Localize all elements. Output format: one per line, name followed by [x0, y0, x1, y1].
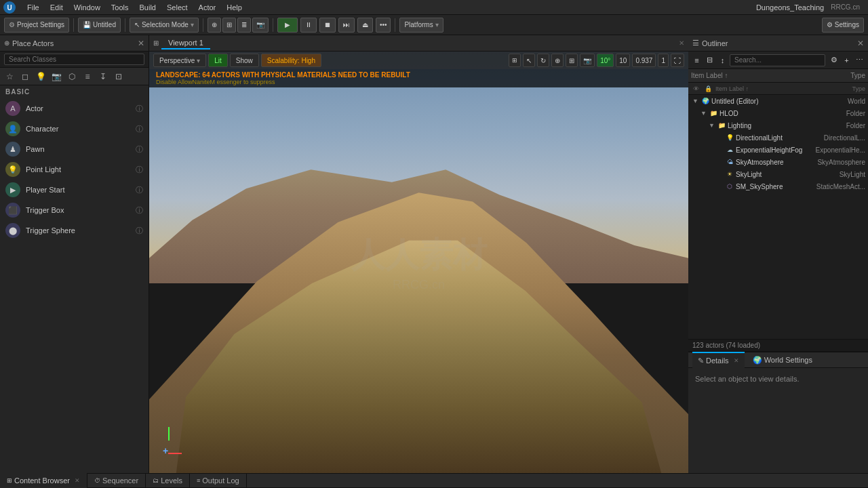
menu-item-build[interactable]: Build	[134, 2, 161, 13]
camera-icon-btn[interactable]: 📷	[50, 70, 63, 83]
app-logo: U	[3, 1, 16, 14]
viewport-tab-1[interactable]: Viewport 1	[161, 37, 210, 49]
translate-btn[interactable]: ↖	[523, 54, 535, 67]
pause-btn[interactable]: ⏸	[300, 18, 317, 33]
outliner-vis-header: 👁 🔒 Item Label ↑ Type	[688, 83, 868, 95]
details-header: ✎ Details ✕ 🌍 World Settings	[688, 352, 868, 368]
outliner-close[interactable]: ✕	[857, 39, 864, 48]
outliner-filter-btn[interactable]: ≡	[691, 54, 703, 66]
viewport-close[interactable]: ✕	[679, 39, 684, 47]
camera-speed-btn[interactable]: 📷	[580, 54, 595, 67]
menu-item-file[interactable]: File	[22, 2, 45, 13]
pct-btn[interactable]: 0.937	[632, 54, 656, 67]
outliner-settings-btn[interactable]: ⚙	[828, 54, 840, 66]
vp-btn-1[interactable]: ⊞	[509, 54, 521, 67]
toolbar-sep-4	[273, 18, 273, 32]
output-log-tab[interactable]: ≡ Output Log	[190, 473, 247, 488]
details-content: Select an object to view details.	[688, 368, 868, 473]
coord-axis: +	[163, 445, 168, 456]
actor-item-actor[interactable]: A Actor ⓘ	[0, 98, 149, 119]
lights-icon-btn[interactable]: 💡	[34, 70, 47, 83]
cb-tab-close[interactable]: ✕	[75, 477, 80, 484]
volumes-icon-btn[interactable]: ⬡	[65, 70, 79, 83]
skip-btn[interactable]: ⏭	[338, 18, 355, 33]
menu-item-window[interactable]: Window	[68, 2, 106, 13]
actor-item-character[interactable]: 👤 Character ⓘ	[0, 119, 149, 139]
tree-item-hlod[interactable]: ▼ 📁 HLOD Folder	[688, 107, 868, 119]
stop-btn[interactable]: ⏹	[319, 18, 336, 33]
save-btn[interactable]: 💾 Untitled	[78, 18, 121, 33]
menu-item-tools[interactable]: Tools	[106, 2, 134, 13]
actor-icon-btn[interactable]: ☆	[3, 70, 16, 83]
all-icon-btn[interactable]: ≡	[81, 70, 94, 83]
tree-item-sky-light[interactable]: ☀ SkyLight SkyLight	[688, 168, 868, 180]
warning-sub: Disable AllowNaniteM essenger to suppres…	[156, 79, 682, 85]
settings-btn[interactable]: ⚙ Settings	[822, 18, 864, 33]
recent-icon-btn[interactable]: ⊡	[112, 70, 125, 83]
show-btn[interactable]: Show	[230, 54, 259, 67]
more-btn[interactable]: •••	[376, 18, 391, 33]
outliner-sort-btn[interactable]: ↕	[717, 54, 728, 66]
tree-item-height-fog[interactable]: ☁ ExponentialHeightFog ExponentialHe...	[688, 144, 868, 156]
transform-icon-btn[interactable]: ⊕	[208, 18, 221, 33]
tree-item-world[interactable]: ▼ 🌍 Untitled (Editor) World	[688, 95, 868, 107]
tree-item-lighting[interactable]: ▼ 📁 Lighting Folder	[688, 119, 868, 131]
menu-item-actor[interactable]: Actor	[193, 2, 222, 13]
tree-item-sky-atmosphere[interactable]: 🌤 SkyAtmosphere SkyAtmosphere	[688, 156, 868, 168]
world-type: World	[811, 98, 865, 105]
actor-item-trigger-box[interactable]: ⬛ Trigger Box ⓘ	[0, 200, 149, 220]
selection-mode-btn[interactable]: ↖ Selection Mode ▾	[130, 18, 199, 33]
perspective-btn[interactable]: Perspective ▾	[153, 54, 206, 67]
player-start-icon: ▶	[5, 182, 20, 197]
menu-item-help[interactable]: Help	[221, 2, 248, 13]
actor-item-point-light[interactable]: 💡 Point Light ⓘ	[0, 159, 149, 180]
settings-gear-icon: ⚙	[827, 21, 833, 28]
scale-btn[interactable]: ⊕	[551, 54, 564, 67]
trigger-sphere-icon: ⬤	[5, 223, 20, 238]
details-tab[interactable]: ✎ Details ✕	[692, 352, 745, 368]
angle-btn[interactable]: 10	[616, 54, 630, 67]
tree-item-sky-sphere[interactable]: ⬡ SM_SkySphere StaticMeshAct...	[688, 180, 868, 192]
tree-item-directional-light[interactable]: 💡 DirectionalLight DirectionalL...	[688, 131, 868, 144]
world-settings-tab[interactable]: 🌍 World Settings	[747, 352, 818, 368]
grid-btn[interactable]: ≣	[237, 18, 251, 33]
camera-btn[interactable]: 📷	[252, 18, 269, 33]
world-icon-tab: 🌍	[753, 356, 762, 365]
pencil-icon: ✎	[698, 357, 704, 365]
rotate-btn[interactable]: ↻	[537, 54, 549, 67]
viewport-canvas[interactable]: Perspective ▾ Lit Show Scalability: High…	[149, 52, 688, 473]
res-btn[interactable]: 1	[658, 54, 669, 67]
snap-toggle[interactable]: ⊞	[566, 54, 578, 67]
snap-btn[interactable]: ⊞	[222, 18, 236, 33]
outliner-add-btn[interactable]: +	[841, 54, 852, 66]
sequencer-tab[interactable]: ⏱ Sequencer	[87, 473, 146, 488]
sky-atm-type: SkyAtmosphere	[811, 159, 865, 166]
platforms-btn[interactable]: Platforms ▾	[399, 18, 443, 33]
eject-btn[interactable]: ⏏	[357, 18, 373, 33]
actor-item-player-start[interactable]: ▶ Player Start ⓘ	[0, 180, 149, 200]
actor-name-trigger-sphere: Trigger Sphere	[26, 226, 130, 235]
sky-atmosphere-icon: 🌤	[725, 157, 734, 167]
scalability-btn[interactable]: Scalability: High	[261, 54, 321, 67]
outliner-more-btn[interactable]: ⋯	[854, 54, 865, 66]
shapes-icon-btn[interactable]: ◻	[18, 70, 32, 83]
details-close[interactable]: ✕	[734, 357, 739, 364]
search-classes-input[interactable]	[4, 54, 144, 65]
details-panel: ✎ Details ✕ 🌍 World Settings Select an o…	[688, 351, 868, 473]
play-btn[interactable]: ▶	[277, 18, 298, 33]
place-actors-close[interactable]: ✕	[138, 39, 144, 48]
menu-item-select[interactable]: Select	[161, 2, 193, 13]
content-browser-tab[interactable]: ⊞ Content Browser ✕	[0, 473, 87, 488]
project-settings-btn[interactable]: ⚙ Project Settings	[4, 18, 69, 33]
actor-item-trigger-sphere[interactable]: ⬤ Trigger Sphere ⓘ	[0, 220, 149, 241]
actor-item-pawn[interactable]: ♟ Pawn ⓘ	[0, 139, 149, 159]
outliner-view-btn[interactable]: ⊟	[704, 54, 715, 66]
levels-tab[interactable]: 🗂 Levels	[146, 473, 190, 488]
menu-item-edit[interactable]: Edit	[45, 2, 68, 13]
world-name: Untitled (Editor)	[711, 98, 810, 105]
lit-btn[interactable]: Lit	[208, 54, 228, 67]
maximize-btn[interactable]: ⛶	[671, 54, 684, 67]
outliner-search-input[interactable]	[730, 54, 825, 66]
placement-icon-btn[interactable]: ↧	[96, 70, 110, 83]
grid-size-btn[interactable]: 10°	[597, 54, 614, 67]
